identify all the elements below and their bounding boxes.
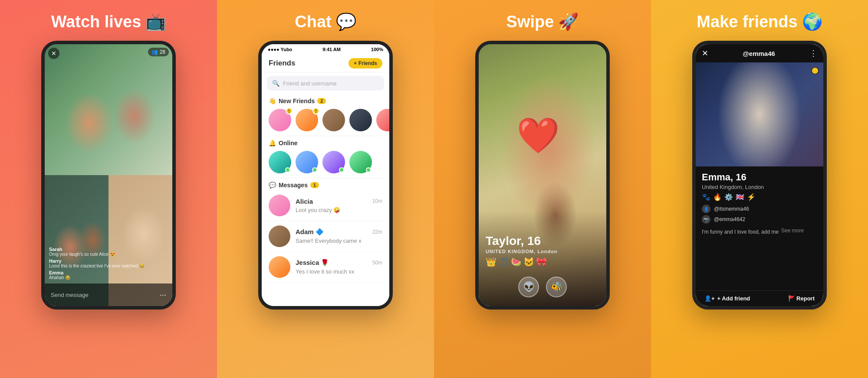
social-row-1: 👤 @itsmemma46 <box>702 205 817 213</box>
messages-label: Messages <box>279 182 308 189</box>
friends-topbar: ✕ @emma46 ⋮ <box>696 44 823 62</box>
chat-header: Friends + Friends <box>262 55 389 72</box>
friends-profile-info: Emma, 16 United Kingdom, London 🐾 🔥 ⚙️ 🇬… <box>696 166 823 290</box>
jessica-name-row: Jessica 🌹 50m <box>296 259 382 267</box>
friends-action-bar: 👤+ + Add friend 🚩 Report <box>696 290 823 306</box>
close-button[interactable]: ✕ <box>48 48 59 59</box>
more-options-icon[interactable]: ··· <box>160 290 166 300</box>
message-item-alicia[interactable]: Alicia 10m Lool you crazy 🤪 <box>262 190 389 221</box>
chat-icon: 💬 <box>336 12 356 31</box>
social-camera-icon: 📷 <box>702 215 710 224</box>
new-friend-avatar-2[interactable]: ! <box>296 109 318 131</box>
new-friend-avatar-5[interactable] <box>376 109 393 131</box>
online-indicator <box>339 167 344 173</box>
chat-title: Chat 💬 <box>295 12 356 31</box>
online-avatars <box>262 148 389 178</box>
search-icon: 🔍 <box>272 80 279 87</box>
jessica-time: 50m <box>372 260 382 266</box>
new-friends-badge: 2 <box>317 98 326 104</box>
message-item-adam[interactable]: Adam 🔷 22m Same!! Everybody came x <box>262 221 389 252</box>
online-avatar-1[interactable] <box>269 151 291 173</box>
alicia-avatar <box>269 195 290 216</box>
comment-text: Omg your laugh's so cute Alice 😍 <box>49 252 168 257</box>
emoji-crown: 👑 <box>486 257 496 267</box>
new-friend-avatar-3[interactable] <box>322 109 345 131</box>
new-friend-avatar-4[interactable] <box>349 109 372 131</box>
jessica-avatar <box>269 256 290 278</box>
message-list: Alicia 10m Lool you crazy 🤪 Adam 🔷 22m S… <box>262 190 389 306</box>
wave-icon: 👋 <box>269 98 276 104</box>
online-indicator <box>312 167 317 173</box>
comment-text: Loool this is the craziest live I've eve… <box>49 264 168 268</box>
flag-uk-icon: 🇬🇧 <box>736 193 744 201</box>
online-avatar-3[interactable] <box>322 151 345 173</box>
online-section-header: 🔔 Online <box>262 136 389 148</box>
swipe-title: Swipe 🚀 <box>506 12 579 31</box>
search-bar[interactable]: 🔍 Friend and username <box>267 76 384 91</box>
swipe-screen: ❤️ Taylor, 16 UNITED KINGDOM, London 👑 🎵… <box>479 44 606 306</box>
watch-lives-phone: ✕ 👥 28 Sarah Omg your laugh's so cute Al… <box>41 41 176 310</box>
alicia-name: Alicia <box>296 198 313 205</box>
see-more-button[interactable]: See more <box>781 228 804 234</box>
swipe-photo: ❤️ Taylor, 16 UNITED KINGDOM, London 👑 🎵… <box>479 44 606 306</box>
social-row-2: 📷 @emma4642 <box>702 215 817 224</box>
profile-cover-photo <box>696 62 823 166</box>
new-friend-avatar-1[interactable]: ! <box>269 109 291 131</box>
messages-badge: 1 <box>310 182 319 188</box>
interest-icon-3: ⚙️ <box>724 193 733 201</box>
send-message-text: Send message <box>51 292 89 298</box>
swipe-actions: 👽 🐝 <box>479 277 606 297</box>
report-label: 🚩 Report <box>788 295 815 302</box>
live-screen: ✕ 👥 28 Sarah Omg your laugh's so cute Al… <box>45 44 172 306</box>
clock: 9:41 AM <box>322 47 341 52</box>
friends-screen: ✕ @emma46 ⋮ Emma, 16 United Kingdom, Lon… <box>696 44 823 306</box>
emoji-ribbon: 🎀 <box>536 257 547 267</box>
new-friends-label: New Friends <box>279 98 315 104</box>
chat-screen: ●●●● Yubo 9:41 AM 100% Friends + Friends… <box>262 44 389 306</box>
jessica-message-content: Jessica 🌹 50m Yes I love it so much xx <box>296 259 382 275</box>
alicia-preview: Lool you crazy 🤪 <box>296 207 340 213</box>
make-friends-panel: Make friends 🌍 ✕ @emma46 ⋮ Emma, 16 Unit… <box>651 0 868 378</box>
viewer-count: 👥 28 <box>148 48 169 56</box>
online-indicator <box>285 167 290 173</box>
adam-name: Adam 🔷 <box>296 228 324 236</box>
make-friends-phone: ✕ @emma46 ⋮ Emma, 16 United Kingdom, Lon… <box>692 41 827 310</box>
status-dot <box>811 67 819 75</box>
add-friends-button[interactable]: + Friends <box>349 58 382 68</box>
profile-bio: I'm funny and I love food, add me <box>702 229 779 235</box>
profile-interest-icons: 🐾 🔥 ⚙️ 🇬🇧 ⚡ <box>702 193 817 201</box>
emoji-cat: 🐱 <box>523 257 534 267</box>
swipe-panel: Swipe 🚀 ❤️ Taylor, 16 UNITED KINGDOM, Lo… <box>434 0 651 378</box>
online-avatar-2[interactable] <box>296 151 318 173</box>
bee-button[interactable]: 🐝 <box>546 277 567 297</box>
swipe-profile-name: Taylor, 16 <box>486 234 558 248</box>
search-placeholder: Friend and username <box>283 80 337 87</box>
watch-lives-panel: Watch lives 📺 ✕ 👥 28 Sarah <box>0 0 217 378</box>
viewer-number: 28 <box>160 49 165 55</box>
back-icon[interactable]: ✕ <box>702 49 708 58</box>
alicia-message-content: Alicia 10m Lool you crazy 🤪 <box>296 198 382 214</box>
friends-profile-location: United Kingdom, London <box>702 184 817 190</box>
chat-phone: ●●●● Yubo 9:41 AM 100% Friends + Friends… <box>258 41 393 310</box>
bell-icon: 🔔 <box>269 140 276 147</box>
comment-sarah: Sarah Omg your laugh's so cute Alice 😍 <box>49 247 168 257</box>
comment-emma: Emma Ahahah 😂 <box>49 270 168 280</box>
dislike-button[interactable]: 👽 <box>518 277 539 297</box>
profile-username: @emma46 <box>743 50 775 57</box>
new-badge: ! <box>312 108 319 114</box>
send-message-bar[interactable]: Send message ··· <box>45 284 172 306</box>
lightning-icon: ⚡ <box>747 193 756 201</box>
social-user-icon: 👤 <box>702 205 710 213</box>
messages-section-header: 💬 Messages 1 <box>262 178 389 190</box>
watch-lives-label: Watch lives <box>51 13 141 31</box>
new-badge: ! <box>286 108 293 114</box>
adam-preview: Same!! Everybody came x <box>296 238 362 244</box>
chat-label: Chat <box>295 13 331 31</box>
add-friend-button[interactable]: 👤+ + Add friend <box>704 295 750 302</box>
message-item-jessica[interactable]: Jessica 🌹 50m Yes I love it so much xx <box>262 252 389 283</box>
online-avatar-4[interactable] <box>349 151 372 173</box>
more-icon[interactable]: ⋮ <box>809 49 817 58</box>
adam-name-row: Adam 🔷 22m <box>296 228 382 236</box>
report-button[interactable]: 🚩 Report <box>788 295 815 302</box>
comment-text: Ahahah 😂 <box>49 275 168 280</box>
